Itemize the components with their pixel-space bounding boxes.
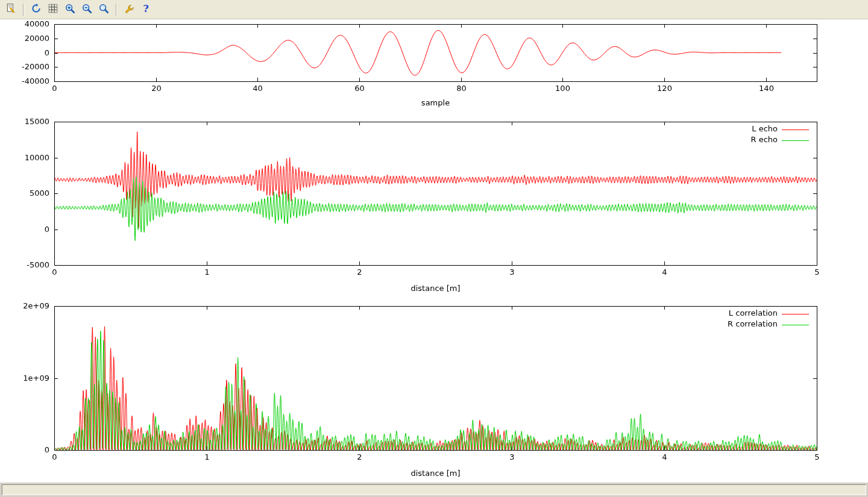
toolbar-separator [23, 4, 24, 16]
status-bar-text [2, 484, 866, 495]
chart2-x-axis-label: distance [m] [54, 284, 817, 294]
grid-button[interactable] [45, 2, 61, 17]
status-bar [0, 483, 868, 497]
chart3-x-axis-label: distance [m] [54, 469, 817, 479]
replot-icon [31, 3, 42, 16]
plot-canvas[interactable] [0, 19, 868, 483]
toolbar: ? [0, 0, 868, 19]
svg-text:?: ? [143, 3, 148, 14]
export-icon [5, 3, 16, 16]
config-button[interactable] [121, 2, 137, 17]
zoom-reset-button[interactable] [96, 2, 112, 17]
zoom-out-button[interactable] [79, 2, 95, 17]
zoom-in-icon [64, 3, 75, 16]
help-icon: ? [140, 3, 151, 16]
zoom-in-button[interactable] [62, 2, 78, 17]
zoom-out-icon [81, 3, 92, 16]
toolbar-separator [116, 4, 117, 16]
chart1-x-axis-label: sample [54, 98, 817, 108]
wrench-icon [124, 3, 134, 16]
zoom-reset-icon [98, 3, 109, 16]
help-button[interactable]: ? [138, 2, 154, 17]
export-button[interactable] [3, 2, 19, 17]
grid-icon [48, 3, 58, 16]
replot-button[interactable] [28, 2, 44, 17]
